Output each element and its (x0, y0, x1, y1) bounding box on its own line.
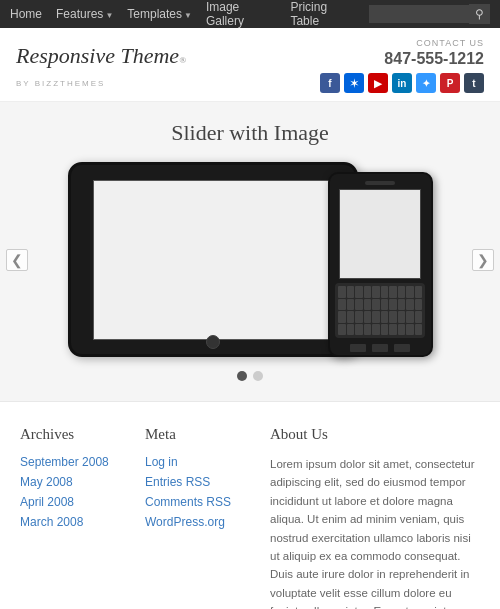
slider-dots (0, 371, 500, 381)
nav-item-templates[interactable]: Templates▼ (127, 7, 192, 21)
slider-dot-1[interactable] (253, 371, 263, 381)
main-nav: HomeFeatures▼Templates▼Image GalleryPric… (0, 0, 500, 28)
phone-key (406, 299, 414, 311)
phone-key (355, 286, 363, 298)
phone-key (364, 311, 372, 323)
meta-link[interactable]: Entries RSS (145, 475, 250, 489)
slider-section: Slider with Image ❮ ❯ (0, 102, 500, 401)
phone-key (381, 324, 389, 336)
tablet-screen (93, 180, 333, 340)
slider-image-area (68, 162, 433, 357)
phone-key (364, 299, 372, 311)
phone-key (381, 311, 389, 323)
phone-device (328, 172, 433, 357)
archive-link[interactable]: September 2008 (20, 455, 125, 469)
phone-key (406, 324, 414, 336)
social-icon-linkedin[interactable]: in (392, 73, 412, 93)
nav-search: ⚲ (369, 4, 490, 24)
phone-key (372, 299, 380, 311)
phone-key (389, 286, 397, 298)
footer-columns: Archives September 2008May 2008April 200… (0, 401, 500, 609)
phone-key (347, 311, 355, 323)
phone-speaker (365, 181, 395, 185)
meta-link[interactable]: WordPress.org (145, 515, 250, 529)
logo-trademark: ® (179, 55, 186, 65)
phone-number: 847-555-1212 (320, 50, 484, 68)
meta-link[interactable]: Comments RSS (145, 495, 250, 509)
tablet-device (68, 162, 358, 357)
phone-nav-btn (394, 344, 410, 352)
about-heading: About Us (270, 426, 480, 443)
contact-label: CONTACT US (320, 38, 484, 48)
logo: Responsive Theme® BY BIZZTHEMES (16, 43, 186, 87)
phone-key (406, 311, 414, 323)
meta-heading: Meta (145, 426, 250, 443)
nav-item-features[interactable]: Features▼ (56, 7, 113, 21)
phone-key (372, 324, 380, 336)
phone-key (415, 299, 423, 311)
archive-link[interactable]: April 2008 (20, 495, 125, 509)
phone-key (338, 299, 346, 311)
phone-key (338, 286, 346, 298)
phone-key (398, 286, 406, 298)
footer-col-archives: Archives September 2008May 2008April 200… (20, 426, 125, 609)
phone-key (381, 299, 389, 311)
phone-key (381, 286, 389, 298)
phone-key (347, 299, 355, 311)
phone-key (372, 311, 380, 323)
social-icon-tumblr[interactable]: t (464, 73, 484, 93)
phone-nav-btn (372, 344, 388, 352)
nav-item-home[interactable]: Home (10, 7, 42, 21)
search-input[interactable] (369, 5, 469, 23)
logo-sub: BY BIZZTHEMES (16, 79, 186, 88)
social-icons: f✶▶in✦Pt (320, 73, 484, 93)
meta-link[interactable]: Log in (145, 455, 250, 469)
logo-text: Responsive Theme (16, 43, 179, 68)
phone-screen (339, 189, 421, 279)
phone-key (372, 286, 380, 298)
social-icon-youtube[interactable]: ▶ (368, 73, 388, 93)
phone-key (338, 311, 346, 323)
social-icon-pinterest[interactable]: P (440, 73, 460, 93)
phone-key (398, 311, 406, 323)
phone-key (364, 286, 372, 298)
phone-key (389, 299, 397, 311)
phone-key (347, 286, 355, 298)
phone-key (389, 311, 397, 323)
phone-nav-bar (350, 344, 410, 352)
footer-col-meta: Meta Log inEntries RSSComments RSSWordPr… (145, 426, 250, 609)
contact-block: CONTACT US 847-555-1212 f✶▶in✦Pt (320, 38, 484, 93)
phone-key (415, 324, 423, 336)
nav-item-pricing-table[interactable]: Pricing Table (290, 0, 355, 28)
social-icon-facebook[interactable]: f (320, 73, 340, 93)
nav-item-image-gallery[interactable]: Image Gallery (206, 0, 276, 28)
archive-link[interactable]: May 2008 (20, 475, 125, 489)
dropdown-arrow: ▼ (105, 11, 113, 20)
dropdown-arrow: ▼ (184, 11, 192, 20)
slider-arrow-right[interactable]: ❯ (472, 249, 494, 271)
archive-link[interactable]: March 2008 (20, 515, 125, 529)
archives-heading: Archives (20, 426, 125, 443)
phone-key (398, 299, 406, 311)
phone-key (338, 324, 346, 336)
phone-key (355, 324, 363, 336)
site-header: Responsive Theme® BY BIZZTHEMES CONTACT … (0, 28, 500, 102)
slider-arrow-left[interactable]: ❮ (6, 249, 28, 271)
social-icon-flickr[interactable]: ✶ (344, 73, 364, 93)
footer-col-about: About Us Lorem ipsum dolor sit amet, con… (270, 426, 480, 609)
phone-key (415, 286, 423, 298)
phone-key (364, 324, 372, 336)
phone-key (347, 324, 355, 336)
phone-key (398, 324, 406, 336)
social-icon-delicious[interactable]: ✦ (416, 73, 436, 93)
phone-keyboard (335, 283, 425, 338)
about-text: Lorem ipsum dolor sit amet, consectetur … (270, 455, 480, 609)
phone-key (406, 286, 414, 298)
slider-dot-0[interactable] (237, 371, 247, 381)
phone-key (389, 324, 397, 336)
tablet-home-button (206, 335, 220, 349)
slider-wrapper: ❮ ❯ (0, 162, 500, 357)
phone-key (355, 311, 363, 323)
phone-nav-btn (350, 344, 366, 352)
search-button[interactable]: ⚲ (469, 4, 490, 24)
